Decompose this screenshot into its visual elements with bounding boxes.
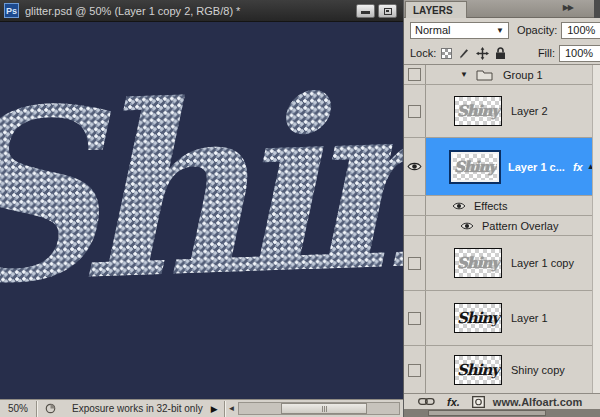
visibility-column: [404, 291, 426, 345]
visibility-column: [404, 216, 426, 235]
restore-button[interactable]: [378, 4, 397, 18]
opacity-field[interactable]: 100%: [561, 22, 600, 39]
effects-label: Effects: [474, 200, 507, 212]
chevron-down-icon: ▼: [496, 26, 504, 35]
visibility-column: [404, 138, 426, 195]
opacity-value: 100%: [567, 24, 595, 36]
photoshop-app-icon: Ps: [4, 3, 19, 18]
blend-mode-select[interactable]: Normal ▼: [410, 22, 509, 39]
blend-mode-value: Normal: [415, 24, 450, 36]
collapse-panel-icon[interactable]: ▶▶: [563, 3, 573, 12]
thumbnail-art: Shiny: [457, 361, 499, 379]
thumbnail-art: Shiny: [457, 254, 499, 272]
eye-icon[interactable]: [460, 221, 474, 231]
layers-scrollbar[interactable]: [592, 65, 600, 393]
visibility-checkbox[interactable]: [408, 257, 421, 270]
layer-row-group-1[interactable]: ▼ Group 1: [404, 65, 592, 85]
panel-tab-bar: LAYERS ▶▶: [404, 0, 600, 18]
layer-fx-badge[interactable]: fx: [573, 161, 583, 173]
lock-position-icon[interactable]: [476, 47, 489, 60]
lock-all-icon[interactable]: [495, 47, 506, 60]
layer-row-layer-1[interactable]: Shiny Layer 1: [404, 291, 592, 346]
layer-name: Layer 2: [511, 105, 548, 117]
document-info-icon: [45, 403, 56, 414]
opacity-label: Opacity:: [517, 24, 557, 36]
fill-label: Fill:: [538, 47, 555, 59]
add-layer-mask-icon[interactable]: [472, 396, 485, 408]
lock-label: Lock:: [410, 47, 436, 59]
layer-row-layer-1-copy-2-selected[interactable]: Shiny Layer 1 c... fx ▲: [404, 138, 592, 196]
layer-thumbnail[interactable]: Shiny: [454, 96, 502, 126]
panel-menu-button[interactable]: [594, 0, 600, 18]
thumbnail-art: Shiny: [454, 158, 496, 176]
visibility-checkbox[interactable]: [408, 364, 421, 377]
layer-name: Layer 1 copy: [511, 257, 574, 269]
fill-field[interactable]: 100%: [559, 45, 600, 62]
visibility-column: [404, 346, 426, 393]
folder-icon: [476, 69, 493, 81]
visibility-column: [404, 196, 426, 215]
layers-panel: LAYERS ▶▶ Normal ▼ Opacity: 100% Lock: F…: [403, 0, 600, 417]
layer-row-layer-2[interactable]: Shiny Layer 2: [404, 85, 592, 138]
layer-thumbnail[interactable]: Shiny: [454, 355, 502, 385]
status-flyout-arrow-icon[interactable]: ▶: [211, 404, 224, 414]
layer-thumbnail[interactable]: Shiny: [451, 152, 499, 182]
panel-bottom-scroll-thumb[interactable]: [428, 410, 546, 416]
status-divider: [36, 401, 37, 417]
thumbnail-art: Shiny: [457, 309, 499, 327]
layer-row-layer-1-copy[interactable]: Shiny Layer 1 copy: [404, 236, 592, 291]
visibility-column: [404, 65, 426, 84]
layer-thumbnail[interactable]: Shiny: [454, 303, 502, 333]
minimize-button[interactable]: [356, 4, 375, 18]
lock-row: Lock: Fill: 100%: [404, 42, 600, 64]
layer-name: Layer 1: [511, 312, 548, 324]
horizontal-scrollbar-thumb[interactable]: [281, 403, 367, 414]
panel-bottom-strip: [404, 409, 600, 417]
layer-row-shiny-copy[interactable]: Shiny Shiny copy: [404, 346, 592, 393]
eye-icon[interactable]: [452, 201, 466, 211]
thumbnail-art: Shiny: [457, 102, 499, 120]
blend-mode-row: Normal ▼ Opacity: 100%: [404, 18, 600, 42]
layer-name: Layer 1 c...: [508, 161, 565, 173]
eye-icon[interactable]: [407, 161, 422, 172]
minimize-icon: [361, 11, 370, 14]
effects-row[interactable]: Effects: [404, 196, 592, 216]
link-layers-icon[interactable]: [418, 397, 435, 406]
document-title-bar[interactable]: Ps glitter.psd @ 50% (Layer 1 copy 2, RG…: [0, 0, 403, 22]
canvas[interactable]: Shiny: [0, 23, 403, 399]
horizontal-scrollbar[interactable]: [238, 402, 400, 415]
document-title: glitter.psd @ 50% (Layer 1 copy 2, RGB/8…: [25, 5, 356, 17]
status-message: Exposure works in 32-bit only: [62, 403, 211, 414]
fill-value: 100%: [565, 47, 593, 59]
status-bar: 50% Exposure works in 32-bit only ▶ ◄: [0, 399, 403, 417]
visibility-checkbox[interactable]: [408, 68, 421, 81]
layers-list: ▼ Group 1 Shiny Layer 2: [404, 64, 600, 393]
glitter-text: Shiny: [0, 48, 403, 329]
document-window: Ps glitter.psd @ 50% (Layer 1 copy 2, RG…: [0, 0, 403, 417]
photoshop-workspace: Ps glitter.psd @ 50% (Layer 1 copy 2, RG…: [0, 0, 600, 417]
add-layer-style-icon[interactable]: fx.: [447, 396, 460, 408]
lock-transparency-icon[interactable]: [441, 48, 452, 59]
tab-layers[interactable]: LAYERS: [405, 1, 467, 18]
zoom-level-field[interactable]: 50%: [0, 403, 36, 414]
watermark-text: www.Alfoart.com: [493, 396, 582, 408]
pattern-overlay-label: Pattern Overlay: [482, 220, 558, 232]
scroll-left-arrow-icon[interactable]: ◄: [225, 404, 239, 413]
group-collapse-icon[interactable]: ▼: [460, 70, 468, 79]
visibility-column: [404, 236, 426, 290]
visibility-column: [404, 85, 426, 137]
layer-name: Shiny copy: [511, 364, 565, 376]
layer-name: Group 1: [503, 69, 543, 81]
visibility-checkbox[interactable]: [408, 105, 421, 118]
panel-bottom-iconbar: fx. www.Alfoart.com: [404, 393, 600, 409]
visibility-checkbox[interactable]: [408, 312, 421, 325]
layer-thumbnail[interactable]: Shiny: [454, 248, 502, 278]
restore-icon: [384, 8, 392, 15]
pattern-overlay-row[interactable]: Pattern Overlay: [404, 216, 592, 236]
lock-pixels-brush-icon[interactable]: [458, 47, 470, 59]
